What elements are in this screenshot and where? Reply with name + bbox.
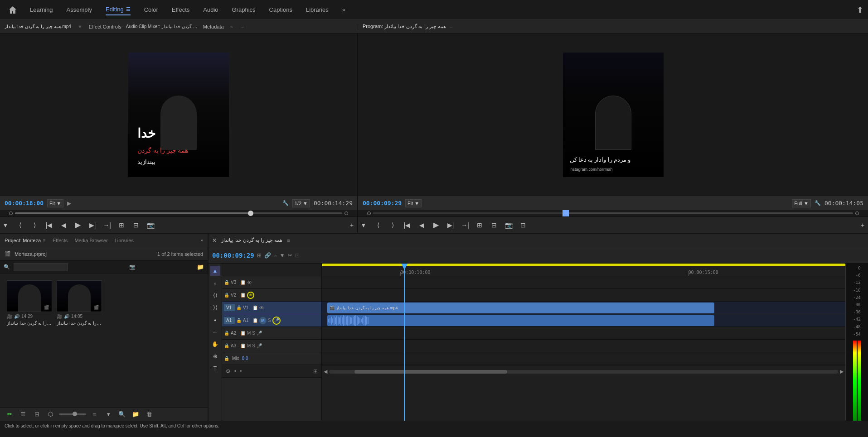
project-tab-libraries[interactable]: Libraries	[115, 238, 134, 243]
a2-mic-icon[interactable]: 🎤	[257, 331, 262, 336]
nav-learning[interactable]: Learning	[30, 5, 53, 15]
a3-m-label[interactable]: M	[247, 343, 251, 348]
timeline-marker-btn[interactable]: ⬦	[274, 252, 277, 259]
zoom-tool[interactable]: ⊕	[210, 351, 220, 361]
v2-source-icon[interactable]: 📋	[240, 293, 246, 298]
a1-mic-icon[interactable]: 🎤	[272, 317, 281, 325]
tl-settings-btn[interactable]: ⚙	[226, 368, 231, 375]
a1-m-icon[interactable]: M	[259, 317, 267, 324]
v2-lock-icon[interactable]: 🔒	[224, 293, 229, 298]
nav-audio[interactable]: Audio	[203, 5, 218, 15]
timeline-playhead[interactable]	[404, 264, 405, 421]
text-tool[interactable]: T	[210, 364, 220, 374]
program-jump-start-btn[interactable]: |◀	[402, 220, 412, 231]
source-out-btn[interactable]: ⟩	[29, 220, 40, 231]
source-marker-btn[interactable]: ▼	[0, 220, 11, 231]
program-fit-dropdown[interactable]: Fit ▼	[405, 199, 422, 207]
program-btn2[interactable]: ⊡	[518, 220, 529, 231]
project-folder-icon[interactable]: 📁	[197, 264, 204, 270]
a3-mic-icon[interactable]: 🎤	[257, 343, 262, 348]
source-panel-menu[interactable]: ≡	[241, 24, 244, 29]
sort-btn[interactable]: ≡	[90, 409, 100, 419]
list-view-btn[interactable]: ☰	[18, 409, 28, 419]
freeform-view-btn[interactable]: ⬡	[45, 409, 55, 419]
timeline-track-select-btn[interactable]: ▼	[280, 252, 285, 259]
v1-source-icon[interactable]: 📋	[252, 305, 258, 310]
a2-source-icon[interactable]: 📋	[240, 331, 246, 336]
source-progress-track[interactable]	[15, 212, 342, 214]
nav-assembly[interactable]: Assembly	[67, 5, 92, 15]
project-tabs-more[interactable]: »	[200, 238, 203, 243]
source-playhead-handle[interactable]	[248, 211, 253, 216]
a1-lock-icon[interactable]: 🔒	[236, 318, 242, 323]
project-search-input[interactable]	[14, 263, 68, 271]
timeline-timecode[interactable]: 00:00:09:29	[212, 252, 254, 259]
track-select-tool[interactable]: ⬦	[210, 278, 220, 288]
v1-eye-icon[interactable]: 👁	[259, 305, 264, 311]
program-ratio-dropdown[interactable]: Full ▼	[792, 199, 811, 207]
a3-source-icon[interactable]: 📋	[240, 343, 246, 348]
a1-source-icon[interactable]: 📋	[252, 318, 258, 323]
project-tab-mediabrowser[interactable]: Media Browser	[74, 238, 107, 243]
media-item[interactable]: 🎬 🎥 🔊 14:29 همه چیز را به گردن خدا بیاند…	[7, 280, 52, 326]
source-tab-clip[interactable]: همه چیز را به گردن خدا بیانداز.mp4	[5, 24, 71, 29]
v3-source-icon[interactable]: 📋	[240, 280, 246, 285]
nav-more[interactable]: »	[342, 5, 345, 15]
home-icon[interactable]	[5, 2, 21, 18]
source-export-frame-btn[interactable]: 📷	[145, 220, 156, 231]
program-timecode[interactable]: 00:00:09:29	[363, 200, 402, 206]
v3-visibility-icon[interactable]: 👁	[247, 280, 252, 285]
program-out-btn[interactable]: ⟩	[387, 220, 398, 231]
source-add-btn[interactable]: +	[346, 220, 357, 231]
source-timecode[interactable]: 00:00:18:00	[5, 200, 44, 206]
a1-audio-clip[interactable]	[327, 315, 715, 326]
program-in-btn[interactable]: ⟨	[373, 220, 383, 231]
tl-dot-2[interactable]: •	[240, 368, 242, 375]
media-item[interactable]: 🎬 🎥 🔊 14:05 همه چیز را به گردن خدا بیاند…	[57, 280, 102, 326]
program-panel-menu[interactable]: ≡	[450, 24, 452, 29]
source-insert-btn[interactable]: ⊞	[116, 220, 127, 231]
source-play-btn[interactable]: ▶	[73, 220, 83, 231]
thumbnail-size-slider[interactable]	[59, 413, 86, 415]
program-playhead-handle[interactable]	[563, 210, 569, 216]
export-button[interactable]: ⬆	[857, 5, 863, 15]
project-tab-effects[interactable]: Effects	[53, 238, 68, 243]
v1-lock-icon[interactable]: 🔒	[236, 305, 242, 310]
delete-btn[interactable]: 🗑	[144, 409, 154, 419]
project-panel-settings[interactable]: ≡	[43, 238, 46, 243]
razor-tool[interactable]: ⬧	[210, 315, 220, 325]
timeline-ruler[interactable]: 00:00:10:00 00:00:15:00	[322, 266, 845, 276]
program-extract-btn[interactable]: ⊟	[489, 220, 499, 231]
program-step-back-btn[interactable]: ◀	[416, 220, 427, 231]
v1-active-btn[interactable]: V1	[224, 304, 235, 311]
v2-eye-icon[interactable]: 👁	[247, 292, 254, 299]
v1-video-clip[interactable]: 🎬 همه چیز را به گردن خدا بیانداز.mp4	[327, 303, 715, 313]
a2-lock-icon[interactable]: 🔒	[224, 331, 229, 336]
source-overwrite-btn[interactable]: ⊟	[131, 220, 141, 231]
project-tab-project[interactable]: Project: Morteza ≡	[5, 238, 46, 243]
timeline-snap-btn[interactable]: ⊞	[257, 252, 262, 259]
program-export-frame-btn[interactable]: 📷	[503, 220, 514, 231]
tl-zoom-out-btn[interactable]: ◀	[324, 369, 327, 375]
source-ratio-dropdown[interactable]: 1/2 ▼	[292, 199, 310, 207]
program-lift-btn[interactable]: ⊞	[474, 220, 485, 231]
search-btn[interactable]: 🔍	[117, 409, 127, 419]
source-jump-start-btn[interactable]: |◀	[44, 220, 54, 231]
nav-effects[interactable]: Effects	[172, 5, 190, 15]
source-tab-effects[interactable]: Effect Controls	[89, 24, 121, 29]
timeline-captions-btn[interactable]: ⊡	[295, 252, 300, 259]
nav-color[interactable]: Color	[144, 5, 158, 15]
program-step-fwd-btn[interactable]: ▶|	[445, 220, 456, 231]
ripple-edit-tool[interactable]: ⟨⟩	[210, 290, 220, 300]
timeline-close-btn[interactable]: ✕	[212, 237, 217, 244]
nav-editing[interactable]: Editing ☰	[106, 4, 131, 15]
timeline-linked-btn[interactable]: 🔗	[264, 252, 271, 259]
nav-graphics[interactable]: Graphics	[232, 5, 256, 15]
program-marker-btn[interactable]: ▼	[358, 220, 369, 231]
icon-view-btn[interactable]: ⊞	[32, 409, 42, 419]
sort-icon[interactable]: ▾	[103, 409, 113, 419]
program-add-btn[interactable]: +	[857, 220, 868, 231]
program-play-btn[interactable]: ▶	[431, 220, 441, 231]
program-jump-end-btn[interactable]: →|	[460, 220, 470, 231]
v3-lock-icon[interactable]: 🔒	[224, 280, 229, 285]
